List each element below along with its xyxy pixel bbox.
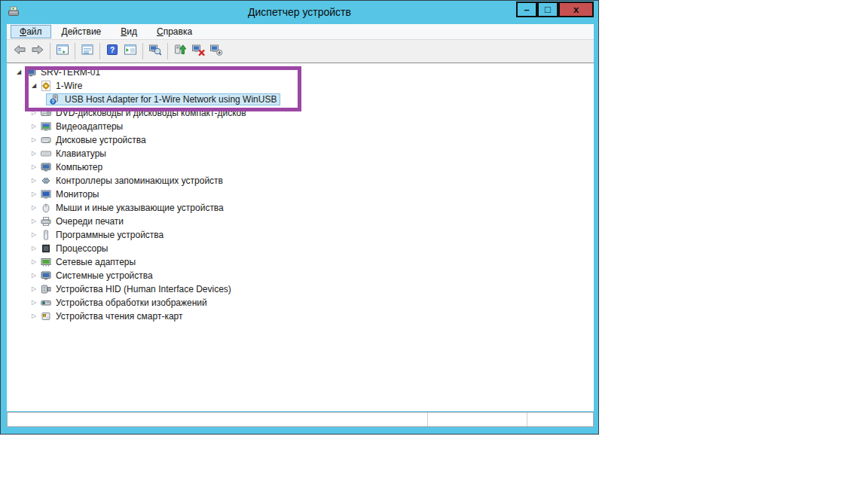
network-adapter-icon [41,257,51,267]
tree-node-label: Дисковые устройства [53,135,148,145]
tree-row[interactable]: ▷Мыши и иные указывающие устройства [7,201,594,215]
expanded-chevron-icon[interactable]: ◢ [29,79,38,93]
tree-row[interactable]: ▷Клавиатуры [7,147,594,160]
menu-item-2[interactable]: Вид [112,25,146,38]
computer-icon [41,162,51,172]
menu-item-3[interactable]: Справка [148,25,201,38]
title-bar[interactable]: Диспетчер устройств –□x [1,1,598,24]
tree-node-label: Мониторы [53,189,101,200]
toolbar-separator [167,43,168,59]
device-manager-window: Диспетчер устройств –□x ФайлДействиеВидС… [0,0,599,435]
scan-hardware-button[interactable] [146,42,164,60]
console-tree-icon [56,43,69,59]
tree-row[interactable]: ◢1-Wire [7,79,594,93]
processor-icon [41,243,51,254]
tree-node-label: Процессоры [53,243,111,254]
monitor-icon [41,189,51,200]
collapsed-chevron-icon[interactable]: ▷ [29,228,38,242]
toolbar-separator [142,43,143,59]
tree-node-label: Системные устройства [53,270,155,281]
collapsed-chevron-icon[interactable]: ▷ [29,215,38,228]
mouse-icon [41,203,51,213]
svg-text:?: ? [110,46,115,54]
tree-panel: ◢SRV-TERM-01◢1-Wire?USB Host Adapter for… [7,63,594,411]
tree-node-label: Клавиатуры [53,148,108,159]
usb-question-icon: ? [50,94,60,105]
status-cell-0 [8,413,427,426]
collapsed-chevron-icon[interactable]: ▷ [29,201,38,215]
properties-icon [81,43,94,59]
tree-row[interactable]: ▷Видеоадаптеры [7,120,594,133]
menu-item-1[interactable]: Действие [53,25,111,38]
collapsed-chevron-icon[interactable]: ▷ [29,120,38,133]
svg-text:?: ? [51,99,54,104]
selected-node[interactable]: ?USB Host Adapter for 1-Wire Network usi… [46,93,280,105]
tree-node-label: Сетевые адаптеры [53,257,138,267]
disk-drive-icon [41,135,51,145]
tree-row[interactable]: ◢SRV-TERM-01 [7,66,594,79]
maximize-button[interactable]: □ [537,2,558,17]
tree-row[interactable]: ▷Устройства обработки изображений [7,296,594,310]
tree-row[interactable]: ?USB Host Adapter for 1-Wire Network usi… [7,93,594,106]
collapsed-chevron-icon[interactable]: ▷ [29,269,38,282]
close-button[interactable]: x [558,2,594,17]
tree-row[interactable]: ▷Системные устройства [7,269,594,282]
collapsed-chevron-icon[interactable]: ▷ [29,160,38,174]
console-tree-button[interactable] [53,42,72,60]
disable-device-button[interactable] [207,42,225,60]
collapsed-chevron-icon[interactable]: ▷ [29,106,38,120]
storage-controller-icon [41,175,51,186]
collapsed-chevron-icon[interactable]: ▷ [29,147,38,160]
tree-row[interactable]: ▷DVD-дисководы и дисководы компакт-диско… [7,106,594,120]
tree-node-label: Видеоадаптеры [53,121,125,132]
device-tree: ◢SRV-TERM-01◢1-Wire?USB Host Adapter for… [7,63,594,323]
action-pane-button[interactable] [121,42,139,60]
action-pane-icon [124,43,137,59]
tree-row[interactable]: ▷Сетевые адаптеры [7,255,594,269]
collapsed-chevron-icon[interactable]: ▷ [29,133,38,147]
tree-node-label: Мыши и иные указывающие устройства [53,203,226,213]
system-device-icon [41,270,51,281]
toolbar-separator [75,43,75,59]
uninstall-device-icon [191,43,205,59]
back-icon [13,43,26,59]
collapsed-chevron-icon[interactable]: ▷ [29,174,38,188]
tree-node-label: USB Host Adapter for 1-Wire Network usin… [63,94,279,105]
tree-node-label: Устройства HID (Human Interface Devices) [53,284,234,294]
status-cell-2 [527,413,593,426]
tree-node-label: Очереди печати [53,216,126,227]
collapsed-chevron-icon[interactable]: ▷ [29,310,38,323]
uninstall-device-button[interactable] [189,42,207,60]
properties-button[interactable] [78,42,96,60]
tree-row[interactable]: ▷Процессоры [7,242,594,255]
back-button[interactable] [11,42,29,60]
tree-node-label: Устройства чтения смарт-карт [53,311,185,322]
help-button[interactable]: ? [103,42,121,60]
tree-row[interactable]: ▷Контроллеры запоминающих устройств [7,174,594,188]
collapsed-chevron-icon[interactable]: ▷ [29,188,38,201]
tree-row[interactable]: ▷Устройства чтения смарт-карт [7,310,594,323]
tree-node-label: Компьютер [53,162,105,172]
toolbar-separator [99,43,100,59]
tree-row[interactable]: ▷Дисковые устройства [7,133,594,147]
gear-icon [41,81,51,91]
collapsed-chevron-icon[interactable]: ▷ [29,282,38,296]
tree-row[interactable]: ▷Компьютер [7,160,594,174]
tree-row[interactable]: ▷Очереди печати [7,215,594,228]
printer-icon [41,216,51,227]
tree-row[interactable]: ▷Мониторы [7,188,594,201]
collapsed-chevron-icon[interactable]: ▷ [29,296,38,310]
forward-button[interactable] [29,42,47,60]
tree-node-label: Контроллеры запоминающих устройств [53,175,225,186]
update-driver-button[interactable] [171,42,189,60]
collapsed-chevron-icon[interactable]: ▷ [29,255,38,269]
expanded-chevron-icon[interactable]: ◢ [14,66,23,79]
minimize-button[interactable]: – [516,2,537,17]
collapsed-chevron-icon[interactable]: ▷ [29,242,38,255]
status-cell-1 [427,413,527,426]
tree-row[interactable]: ▷Программные устройства [7,228,594,242]
disable-device-icon [209,43,223,59]
menu-item-0[interactable]: Файл [11,25,51,38]
display-adapter-icon [41,121,51,132]
tree-row[interactable]: ▷Устройства HID (Human Interface Devices… [7,282,594,296]
